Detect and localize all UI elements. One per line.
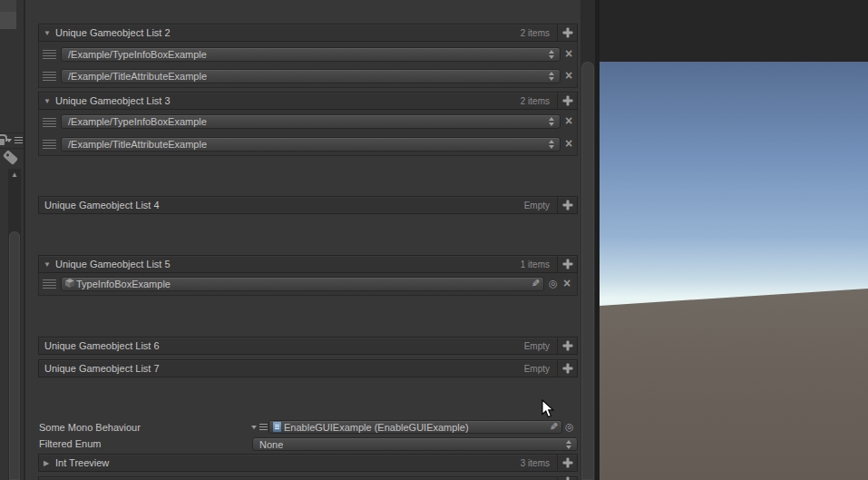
add-item-button[interactable] xyxy=(557,93,577,109)
drag-handle-icon[interactable] xyxy=(43,140,56,149)
drag-handle-icon[interactable] xyxy=(43,72,56,81)
tag-icon[interactable] xyxy=(3,150,18,165)
gameobject-popup-field[interactable]: /Example/TypeInfoBoxExample xyxy=(61,114,561,129)
plus-icon xyxy=(562,477,572,480)
plus-icon xyxy=(562,28,572,38)
field-value: /Example/TitleAttributeExample xyxy=(62,71,207,82)
list-title: Unique Gameobject List 7 xyxy=(44,363,160,374)
left-panel-corner xyxy=(0,0,16,12)
gameobject-popup-field[interactable]: /Example/TitleAttributeExample xyxy=(61,69,561,83)
left-scrollbar-thumb[interactable] xyxy=(9,231,20,480)
foldout-closed-icon[interactable]: ▶ xyxy=(44,459,49,467)
plus-icon xyxy=(562,341,572,351)
add-item-button[interactable] xyxy=(557,338,577,354)
list-header-unique-gameobject-list-4[interactable]: Unique Gameobject List 4 Empty xyxy=(38,196,578,214)
divider xyxy=(0,148,24,149)
updown-arrows-icon xyxy=(549,116,555,127)
mouse-cursor xyxy=(541,399,556,424)
unity-editor-window: ▲ ▼ Unique Gameobject List 2 2 items /Ex… xyxy=(0,0,868,480)
list-header-int-treeview[interactable]: ▶ Int Treeview 3 items xyxy=(38,454,578,472)
edit-pen-icon[interactable]: ✎ xyxy=(532,278,540,289)
divider xyxy=(0,132,24,133)
remove-item-button[interactable]: × xyxy=(562,138,575,151)
plus-icon xyxy=(562,458,572,468)
foldout-open-icon[interactable]: ▼ xyxy=(44,29,51,37)
plus-icon xyxy=(562,364,572,374)
field-value: EnableGUIExample (EnableGUIExample) xyxy=(281,422,469,433)
inspector-scrollbar-thumb[interactable] xyxy=(581,62,594,480)
left-panel-corner-lower xyxy=(0,12,16,29)
item-count-badge: 2 items xyxy=(521,28,550,38)
list-header-partial[interactable] xyxy=(38,476,578,480)
list-header-unique-gameobject-list-6[interactable]: Unique Gameobject List 6 Empty xyxy=(38,337,578,355)
updown-arrows-icon xyxy=(549,139,555,150)
updown-arrows-icon xyxy=(549,49,555,60)
drag-handle-icon[interactable] xyxy=(43,50,56,59)
foldout-open-icon[interactable]: ▼ xyxy=(44,260,51,269)
list-header-unique-gameobject-list-5[interactable]: ▼ Unique Gameobject List 5 1 items xyxy=(38,255,578,273)
scene-view[interactable] xyxy=(600,0,868,480)
lock-icon[interactable] xyxy=(0,139,5,145)
object-picker-icon[interactable]: ◎ xyxy=(549,278,558,289)
filtered-enum-label: Filtered Enum xyxy=(39,438,101,449)
add-item-button[interactable] xyxy=(557,455,577,471)
list-title: Unique Gameobject List 4 xyxy=(44,200,160,211)
scroll-up-arrow-icon[interactable]: ▲ xyxy=(8,170,21,181)
list-header-unique-gameobject-list-3[interactable]: ▼ Unique Gameobject List 3 2 items xyxy=(38,92,578,110)
list-title: Unique Gameobject List 6 xyxy=(44,340,160,351)
remove-item-button[interactable]: × xyxy=(561,278,573,290)
list-title: Int Treeview xyxy=(55,457,109,468)
menu-lines-icon xyxy=(259,424,268,431)
list-header-unique-gameobject-list-7[interactable]: Unique Gameobject List 7 Empty xyxy=(38,359,578,377)
field-value: /Example/TypeInfoBoxExample xyxy=(62,49,207,60)
preset-menu-icon[interactable] xyxy=(251,423,268,432)
item-count-badge: 1 items xyxy=(521,260,550,269)
list-header-unique-gameobject-list-2[interactable]: ▼ Unique Gameobject List 2 2 items xyxy=(38,24,578,42)
updown-arrows-icon xyxy=(549,71,555,82)
script-file-icon xyxy=(273,422,281,432)
item-count-badge: 3 items xyxy=(521,458,550,468)
remove-item-button[interactable]: × xyxy=(562,115,575,128)
field-value: TypeInfoBoxExample xyxy=(74,279,171,289)
gameobject-cube-icon xyxy=(65,279,74,289)
inspector-panel: ▼ Unique Gameobject List 2 2 items /Exam… xyxy=(25,0,595,480)
drag-handle-icon[interactable] xyxy=(43,118,56,127)
list-title: Unique Gameobject List 2 xyxy=(55,27,171,38)
field-value: /Example/TitleAttributeExample xyxy=(62,139,207,150)
remove-item-button[interactable]: × xyxy=(562,48,575,61)
item-count-badge: 2 items xyxy=(521,96,550,106)
mono-behaviour-label: Some Mono Behaviour xyxy=(39,422,141,433)
add-item-button[interactable] xyxy=(557,360,577,377)
plus-icon xyxy=(562,201,572,211)
item-count-badge: Empty xyxy=(524,201,550,211)
field-value: /Example/TypeInfoBoxExample xyxy=(62,116,207,127)
foldout-open-icon[interactable]: ▼ xyxy=(44,97,51,105)
menu-lines-icon xyxy=(15,137,23,144)
item-count-badge: Empty xyxy=(524,364,550,374)
remove-item-button[interactable]: × xyxy=(562,70,575,83)
add-item-button[interactable] xyxy=(557,256,577,272)
item-count-badge: Empty xyxy=(524,341,550,351)
filtered-enum-dropdown[interactable]: None xyxy=(252,437,578,451)
object-picker-icon[interactable]: ◎ xyxy=(565,421,574,433)
gameobject-object-field[interactable]: TypeInfoBoxExample ✎ xyxy=(61,277,544,291)
plus-icon xyxy=(562,260,572,269)
updown-arrows-icon xyxy=(566,439,572,450)
dropdown-triangle-icon xyxy=(251,426,257,429)
scene-view-top-area xyxy=(600,0,868,62)
add-item-button[interactable] xyxy=(557,24,577,41)
gameobject-popup-field[interactable]: /Example/TitleAttributeExample xyxy=(61,137,561,152)
context-menu-icon[interactable] xyxy=(6,136,23,145)
plus-icon xyxy=(562,96,572,106)
dropdown-triangle-icon xyxy=(6,139,12,142)
list-title: Unique Gameobject List 3 xyxy=(55,95,171,106)
add-item-button[interactable] xyxy=(557,197,577,213)
mono-behaviour-object-field[interactable]: EnableGUIExample (EnableGUIExample) ✎ xyxy=(268,420,562,434)
gameobject-popup-field[interactable]: /Example/TypeInfoBoxExample xyxy=(61,47,561,62)
list-title: Unique Gameobject List 5 xyxy=(55,259,171,269)
drag-handle-icon[interactable] xyxy=(43,279,56,289)
left-panel-edge: ▲ xyxy=(0,0,25,480)
dropdown-selected-value: None xyxy=(253,439,283,450)
